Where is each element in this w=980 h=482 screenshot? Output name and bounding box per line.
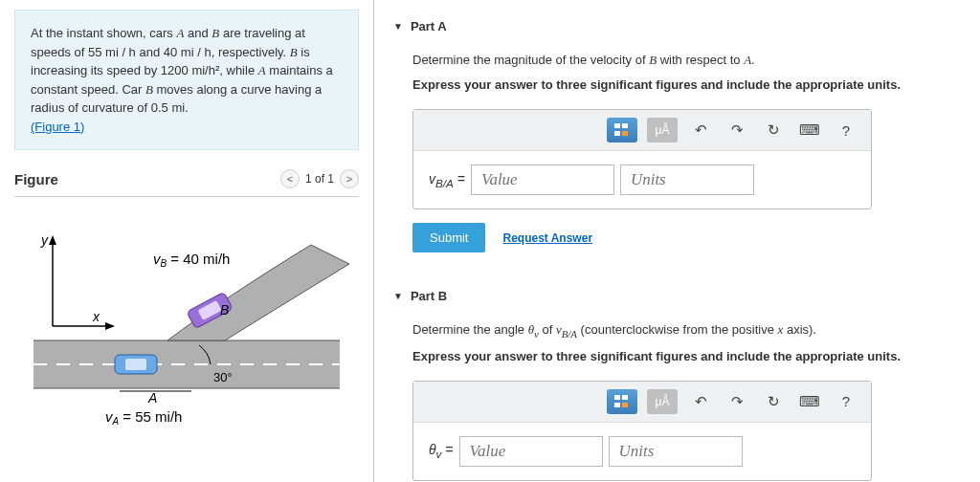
svg-rect-11 (125, 359, 146, 370)
svg-text:y: y (40, 232, 49, 248)
keyboard-icon[interactable]: ⌨ (796, 119, 823, 142)
svg-rect-26 (614, 403, 620, 407)
part-b-header[interactable]: Part B (393, 289, 961, 303)
part-b-answer-box: μÅ ↶ ↷ ↻ ⌨ ? θv = (412, 381, 872, 481)
svg-text:x: x (92, 309, 100, 324)
redo-icon[interactable]: ↷ (724, 390, 750, 413)
figure-link[interactable]: (Figure 1) (31, 120, 84, 134)
svg-text:30°: 30° (213, 370, 233, 384)
part-b-value-input[interactable] (459, 436, 603, 467)
pager-text: 1 of 1 (305, 172, 334, 186)
reset-icon[interactable]: ↻ (760, 119, 787, 142)
svg-text:B: B (220, 302, 229, 318)
part-b-instructions: Express your answer to three significant… (412, 349, 961, 363)
svg-rect-21 (622, 123, 628, 128)
part-b-prompt: Determine the angle θv of vB/A (counterc… (412, 322, 961, 340)
part-a-value-input[interactable] (471, 164, 614, 195)
figure-title: Figure (14, 171, 58, 187)
svg-rect-25 (622, 395, 628, 400)
part-b-var-label: θv = (429, 442, 454, 460)
undo-icon[interactable]: ↶ (687, 119, 714, 142)
undo-icon[interactable]: ↶ (687, 390, 714, 413)
templates-icon[interactable] (607, 118, 637, 142)
svg-rect-22 (614, 131, 620, 136)
units-icon[interactable]: μÅ (647, 118, 678, 142)
svg-text:A: A (147, 390, 157, 405)
problem-statement: At the instant shown, cars A and B are t… (14, 10, 359, 150)
part-a-request-answer-link[interactable]: Request Answer (502, 231, 592, 245)
svg-text:vB = 40 mi/h: vB = 40 mi/h (153, 251, 230, 269)
figure-pager: < 1 of 1 > (280, 169, 359, 188)
help-icon[interactable]: ? (833, 390, 859, 413)
help-icon[interactable]: ? (833, 119, 859, 142)
part-a-toolbar: μÅ ↶ ↷ ↻ ⌨ ? (413, 110, 871, 151)
part-a-prompt: Determine the magnitude of the velocity … (412, 53, 961, 68)
figure-diagram: y x 30° A (24, 211, 349, 431)
redo-icon[interactable]: ↷ (724, 119, 750, 142)
templates-icon[interactable] (607, 389, 637, 414)
keyboard-icon[interactable]: ⌨ (796, 390, 823, 413)
svg-rect-27 (622, 403, 628, 407)
part-a-instructions: Express your answer to three significant… (412, 77, 961, 92)
pager-prev[interactable]: < (280, 169, 300, 188)
reset-icon[interactable]: ↻ (760, 390, 787, 413)
pager-next[interactable]: > (340, 169, 359, 188)
part-a-submit-button[interactable]: Submit (412, 223, 485, 252)
part-b-toolbar: μÅ ↶ ↷ ↻ ⌨ ? (413, 382, 871, 423)
svg-rect-20 (614, 123, 620, 128)
units-icon[interactable]: μÅ (647, 389, 678, 414)
part-a-var-label: vB/A = (429, 171, 465, 189)
part-b-units-input[interactable] (609, 436, 743, 467)
svg-marker-3 (105, 322, 115, 330)
part-a-header[interactable]: Part A (393, 19, 961, 33)
part-a-units-input[interactable] (620, 164, 754, 195)
part-a-answer-box: μÅ ↶ ↷ ↻ ⌨ ? vB/A = (412, 109, 872, 209)
svg-rect-24 (614, 395, 620, 400)
svg-marker-2 (49, 235, 56, 245)
svg-rect-23 (622, 131, 628, 136)
svg-text:vA = 55 mi/h: vA = 55 mi/h (105, 408, 182, 427)
